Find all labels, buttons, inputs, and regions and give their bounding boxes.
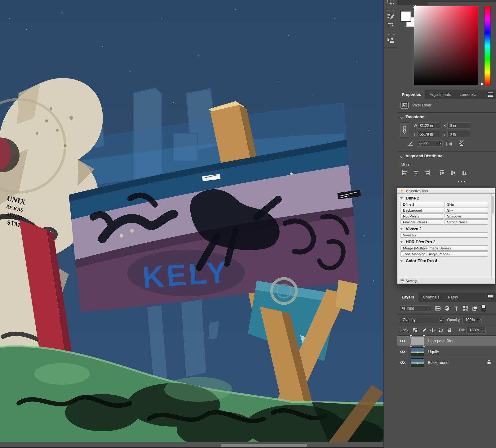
shadows-button[interactable]: Shadows <box>445 213 488 219</box>
align-horizontal-centers-button[interactable] <box>412 169 420 176</box>
filter-type-layers-icon[interactable] <box>453 305 459 311</box>
selective-tool-titlebar[interactable]: Selective Tool – <box>397 188 495 194</box>
panel-drag-dots[interactable] <box>458 181 465 182</box>
align-top-edges-button[interactable] <box>438 169 446 176</box>
merge-button[interactable]: Merge (Multiple Image Series) <box>401 245 488 251</box>
opacity-combo[interactable]: 100% <box>463 317 482 323</box>
selective-tool-scrollbar[interactable] <box>491 194 494 278</box>
layer-thumbnail[interactable] <box>411 337 424 345</box>
selective-tool-body: Dfine 2 Dfine 2 Skin Background Sky Hot … <box>397 194 495 278</box>
tone-mapping-button[interactable]: Tone Mapping (Single Image) <box>401 251 488 257</box>
layer-name[interactable]: Liquify <box>428 350 439 354</box>
triangle-down-icon <box>400 241 403 243</box>
transform-section-header[interactable]: Transform <box>401 115 424 119</box>
panel-menu-icon[interactable] <box>488 92 493 97</box>
flip-vertical-button[interactable] <box>457 140 466 147</box>
scrollbar-thumb[interactable] <box>492 196 494 214</box>
lock-label: Lock: <box>401 328 410 332</box>
horizontal-scrollbar-thumb[interactable] <box>221 444 307 447</box>
foreground-color-swatch[interactable] <box>401 11 411 22</box>
lock-artboard-icon[interactable] <box>438 327 444 333</box>
filter-adjustment-layers-icon[interactable] <box>444 305 450 311</box>
x-label: X <box>443 123 446 128</box>
filter-toggle-switch[interactable] <box>481 304 486 312</box>
tab-paths[interactable]: Paths <box>444 293 462 302</box>
hue-slider[interactable] <box>484 6 491 85</box>
rotation-angle-combo[interactable]: 0.00° <box>417 140 443 147</box>
strong-noise-button[interactable]: Strong Noise <box>445 219 488 225</box>
color-picker-cursor[interactable] <box>413 5 416 8</box>
layer-thumbnail[interactable] <box>411 358 424 367</box>
fine-structures-button[interactable]: Fine Structures <box>401 219 444 225</box>
brush-settings-panel-icon[interactable] <box>386 12 396 21</box>
layer-name[interactable]: Background <box>428 361 449 365</box>
tab-properties[interactable]: Properties <box>397 90 425 99</box>
triangle-down-icon <box>400 260 403 262</box>
color-panel <box>397 5 496 90</box>
visibility-eye-icon[interactable] <box>397 347 408 357</box>
link-dimensions-button[interactable] <box>400 122 409 138</box>
collapsed-panels-strip <box>383 0 397 448</box>
selective-tool-window: Selective Tool – Dfine 2 Dfine 2 Skin Ba… <box>397 188 495 284</box>
align-distribute-section-header[interactable]: Align and Distribute <box>401 154 442 158</box>
panel-gripper[interactable] <box>387 10 395 11</box>
brushes-panel-icon[interactable] <box>386 21 396 29</box>
panel-menu-icon[interactable] <box>488 295 493 299</box>
tab-layers[interactable]: Layers <box>397 293 418 302</box>
saturation-brightness-field[interactable] <box>414 6 478 85</box>
clone-source-panel-icon[interactable] <box>386 37 396 45</box>
kely-graffiti-text: KELY <box>141 255 230 294</box>
lock-all-icon[interactable] <box>447 327 453 333</box>
layer-name[interactable]: High-pass filter <box>428 339 454 343</box>
lock-position-icon[interactable] <box>429 327 436 333</box>
properties-panel: Properties Adjustments Lumenzia Pixel La… <box>397 90 496 186</box>
width-field[interactable]: 81.22 in <box>417 122 440 129</box>
layer-row-background[interactable]: Background <box>397 357 496 368</box>
layer-thumbnail[interactable] <box>411 347 424 356</box>
x-field[interactable]: 0 in <box>447 122 470 129</box>
section-dfine2-header[interactable]: Dfine 2 <box>400 196 495 200</box>
filter-shape-layers-icon[interactable] <box>463 305 469 311</box>
hue-slider-arrow[interactable] <box>481 82 483 86</box>
align-bottom-edges-button[interactable] <box>461 169 468 176</box>
filter-pixel-layers-icon[interactable] <box>435 305 441 311</box>
settings-button[interactable]: Settings <box>397 278 422 284</box>
y-label: Y <box>443 132 446 137</box>
y-field[interactable]: 0 in <box>447 131 470 137</box>
viveza2-button[interactable]: Viveza 2 <box>401 232 488 238</box>
height-label: H <box>414 132 417 137</box>
tab-lumenzia[interactable]: Lumenzia <box>455 90 481 99</box>
chevron-down-icon <box>426 307 429 310</box>
visibility-eye-icon[interactable] <box>397 336 408 346</box>
align-left-edges-button[interactable] <box>401 169 409 176</box>
lock-image-icon[interactable] <box>421 327 427 333</box>
skin-button[interactable]: Skin <box>445 202 488 207</box>
align-right-edges-button[interactable] <box>423 169 431 176</box>
history-panel-icon[interactable] <box>386 0 396 6</box>
hot-pixels-button[interactable]: Hot Pixels <box>401 213 444 219</box>
flip-horizontal-button[interactable] <box>445 140 454 148</box>
layer-row-liquify[interactable]: Liquify <box>397 347 496 357</box>
tab-adjustments[interactable]: Adjustments <box>425 90 455 99</box>
sky-button[interactable]: Sky <box>445 208 488 213</box>
panel-gripper[interactable] <box>387 34 395 35</box>
visibility-eye-icon[interactable] <box>397 357 408 368</box>
tab-channels[interactable]: Channels <box>418 293 444 302</box>
triangle-down-icon <box>400 228 403 230</box>
section-color-efex-header[interactable]: Color Efex Pro 4 <box>400 258 495 263</box>
section-hdr-efex-header[interactable]: HDR Efex Pro 2 <box>400 240 495 244</box>
height-field[interactable]: 55.78 in <box>417 131 440 137</box>
fill-combo[interactable]: 100% <box>467 327 486 334</box>
section-viveza2-header[interactable]: Viveza 2 <box>400 226 495 231</box>
dfine2-button[interactable]: Dfine 2 <box>401 202 444 207</box>
lock-transparency-icon[interactable] <box>412 327 418 333</box>
layer-filter-kind-dropdown[interactable]: Kind <box>400 305 431 312</box>
document-canvas[interactable]: UNIX RE KAS AENAL STM ? <box>0 0 383 442</box>
layers-panel: Layers Channels Paths Kind <box>397 293 496 448</box>
blend-mode-dropdown[interactable]: Overlay <box>400 317 444 323</box>
layer-row-high-pass[interactable]: High-pass filter <box>397 336 496 346</box>
minimize-button[interactable]: – <box>489 189 492 192</box>
filter-smart-objects-icon[interactable] <box>472 305 478 311</box>
background-button[interactable]: Background <box>401 208 444 213</box>
align-vertical-centers-button[interactable] <box>450 169 457 176</box>
